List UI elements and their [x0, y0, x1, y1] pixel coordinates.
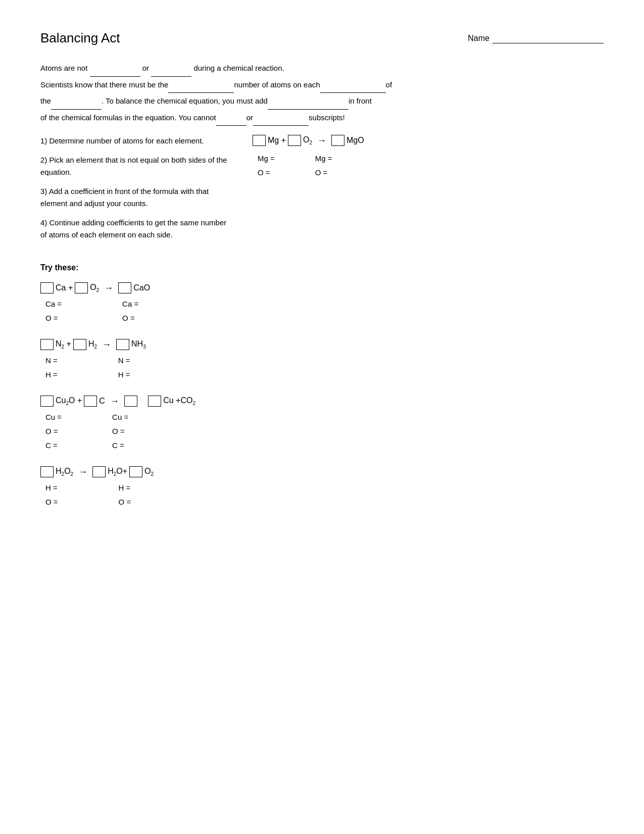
problem-3-counts: Cu = O = C = Cu = O = C =	[45, 413, 604, 452]
p2-right-h: H =	[118, 370, 130, 379]
p3-cu2o: Cu2O +	[56, 396, 82, 406]
p3-box-2	[84, 396, 97, 407]
example-mgo: MgO	[346, 136, 364, 145]
intro-l1-post: during a chemical reaction.	[193, 64, 284, 72]
intro-l1-pre: Atoms are not	[40, 64, 87, 72]
intro-l3-post: in front	[349, 96, 372, 105]
p1-left: Ca = O =	[45, 300, 62, 325]
p1-left-o: O =	[45, 314, 62, 322]
try-these-section: Try these: Ca + O2 → CaO Ca = O = Ca = O…	[40, 263, 604, 509]
example-right-counts: Mg = O =	[315, 154, 332, 179]
p1-right: Ca = O =	[122, 300, 138, 325]
p3-right-o: O =	[112, 427, 128, 435]
intro-line2: Scientists know that there must be the n…	[40, 77, 604, 93]
p3-left: Cu = O = C =	[45, 413, 62, 452]
example-left-o: O =	[258, 168, 275, 177]
problem-4-counts: H = O = H = O =	[45, 483, 604, 509]
p4-box-1	[40, 466, 54, 477]
example-eq-row: Mg + O2 → MgO	[253, 135, 604, 146]
p4-left: H = O =	[45, 483, 58, 509]
p1-box-2	[75, 282, 88, 293]
p3-right-cu: Cu =	[112, 413, 128, 421]
p1-box-3	[118, 282, 131, 293]
example-equation-section: Mg + O2 → MgO Mg = O = Mg = O =	[253, 135, 604, 182]
p2-nh3: NH3	[131, 339, 146, 350]
p2-box-3	[116, 339, 129, 350]
example-arrow: →	[317, 135, 326, 146]
p1-o2: O2	[90, 283, 99, 293]
p4-o2: O2	[144, 467, 154, 477]
example-mg: Mg +	[268, 136, 286, 145]
blank-3	[168, 77, 234, 93]
intro-l3-pre: the	[40, 96, 51, 105]
example-left-counts: Mg = O =	[258, 154, 275, 179]
blank-6	[268, 93, 349, 110]
p2-box-1	[40, 339, 54, 350]
p3-cu-co2: Cu +CO2	[163, 396, 195, 406]
p3-box-4	[148, 396, 161, 407]
steps-section: 1) Determine number of atoms for each el…	[40, 135, 232, 248]
p2-right-n: N =	[118, 356, 130, 365]
example-right-o: O =	[315, 168, 332, 177]
intro-l2-pre: Scientists know that there must be the	[40, 80, 168, 89]
problem-3: Cu2O + C → Cu +CO2 Cu = O = C = Cu = O =…	[40, 396, 604, 452]
problem-2-eq: N2 + H2 → NH3	[40, 339, 604, 350]
step-3: 3) Add a coefficient in front of the for…	[40, 185, 232, 210]
p4-h2o2: H2O2	[56, 467, 73, 477]
p3-right: Cu = O = C =	[112, 413, 128, 452]
example-counts: Mg = O = Mg = O =	[258, 154, 604, 179]
blank-2	[151, 60, 191, 77]
problem-1-eq: Ca + O2 → CaO	[40, 282, 604, 293]
p4-left-o: O =	[45, 498, 58, 506]
name-section: Name	[468, 30, 604, 43]
p4-right-o: O =	[119, 498, 131, 506]
p2-h2: H2	[88, 339, 97, 350]
header: Balancing Act Name	[40, 30, 604, 46]
example-box-2	[288, 135, 301, 146]
example-box-3	[331, 135, 344, 146]
name-label: Name	[468, 34, 489, 43]
example-o2: O2	[303, 135, 312, 145]
p3-left-cu: Cu =	[45, 413, 62, 421]
p2-right: N = H =	[118, 356, 130, 381]
p3-box-1	[40, 396, 54, 407]
p3-box-3	[124, 396, 137, 407]
problem-4-eq: H2O2 → H2O+ O2	[40, 466, 604, 477]
blank-5	[51, 93, 102, 110]
p1-cao: CaO	[133, 283, 150, 292]
intro-line3: the . To balance the chemical equation, …	[40, 93, 604, 110]
problem-2-counts: N = H = N = H =	[45, 356, 604, 381]
name-field[interactable]	[492, 33, 604, 43]
p4-h2o: H2O+	[108, 467, 127, 477]
p1-arrow: →	[104, 283, 113, 293]
step-4: 4) Continue adding coefficients to get t…	[40, 217, 232, 241]
p4-right: H = O =	[119, 483, 131, 509]
problem-4: H2O2 → H2O+ O2 H = O = H = O =	[40, 466, 604, 509]
main-content: 1) Determine number of atoms for each el…	[40, 135, 604, 248]
p1-left-ca: Ca =	[45, 300, 62, 308]
intro-l4: of the chemical formulas in the equation…	[40, 113, 216, 122]
p2-left-n: N =	[45, 356, 58, 365]
problem-1: Ca + O2 → CaO Ca = O = Ca = O =	[40, 282, 604, 325]
intro-l4-or: or	[246, 113, 253, 122]
p1-right-ca: Ca =	[122, 300, 138, 308]
try-these-heading: Try these:	[40, 263, 604, 272]
problem-3-eq: Cu2O + C → Cu +CO2	[40, 396, 604, 407]
p2-left-h: H =	[45, 370, 58, 379]
p2-left: N = H =	[45, 356, 58, 381]
intro-l2-mid: number of atoms on each	[234, 80, 320, 89]
p3-spacer	[139, 397, 146, 406]
blank-8	[253, 110, 309, 126]
p2-box-2	[73, 339, 86, 350]
p4-box-2	[92, 466, 106, 477]
p1-ca: Ca +	[56, 283, 73, 292]
p4-arrow: →	[78, 467, 87, 477]
p2-arrow: →	[102, 339, 111, 350]
intro-text: Atoms are not or during a chemical react…	[40, 60, 604, 126]
p4-box-3	[129, 466, 142, 477]
p2-n2: N2 +	[56, 339, 71, 350]
p4-right-h: H =	[119, 483, 131, 492]
page-title: Balancing Act	[40, 30, 120, 46]
p3-left-o: O =	[45, 427, 62, 435]
p3-c: C	[99, 397, 105, 406]
